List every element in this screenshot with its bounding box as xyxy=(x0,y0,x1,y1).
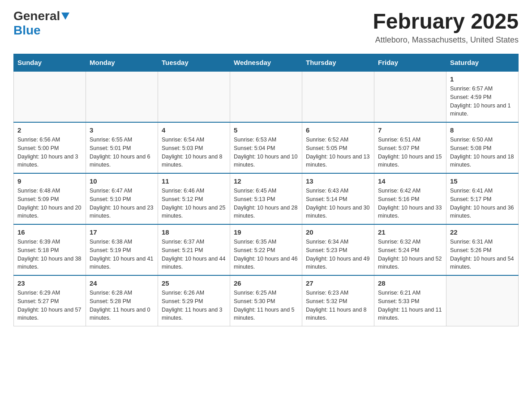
day-number: 17 xyxy=(90,228,154,236)
calendar-cell xyxy=(302,71,374,122)
day-info: Sunrise: 6:41 AMSunset: 5:17 PMDaylight:… xyxy=(450,187,515,220)
calendar-cell xyxy=(158,71,230,122)
day-info: Sunrise: 6:47 AMSunset: 5:10 PMDaylight:… xyxy=(90,187,154,220)
calendar-cell: 19Sunrise: 6:35 AMSunset: 5:22 PMDayligh… xyxy=(230,224,302,275)
day-info: Sunrise: 6:31 AMSunset: 5:26 PMDaylight:… xyxy=(450,238,515,271)
calendar-cell: 2Sunrise: 6:56 AMSunset: 5:00 PMDaylight… xyxy=(14,122,86,173)
day-number: 21 xyxy=(378,228,442,236)
calendar-body: 1Sunrise: 6:57 AMSunset: 4:59 PMDaylight… xyxy=(14,71,519,326)
day-header-saturday: Saturday xyxy=(446,54,519,72)
calendar-cell: 28Sunrise: 6:21 AMSunset: 5:33 PMDayligh… xyxy=(374,275,446,326)
calendar-cell: 4Sunrise: 6:54 AMSunset: 5:03 PMDaylight… xyxy=(158,122,230,173)
day-info: Sunrise: 6:48 AMSunset: 5:09 PMDaylight:… xyxy=(17,187,82,220)
day-info: Sunrise: 6:54 AMSunset: 5:03 PMDaylight:… xyxy=(162,136,226,169)
calendar-header: SundayMondayTuesdayWednesdayThursdayFrid… xyxy=(14,54,519,72)
day-info: Sunrise: 6:23 AMSunset: 5:32 PMDaylight:… xyxy=(306,289,370,322)
day-number: 1 xyxy=(450,75,515,83)
day-header-thursday: Thursday xyxy=(302,54,374,72)
day-number: 26 xyxy=(234,279,298,287)
calendar-cell: 7Sunrise: 6:51 AMSunset: 5:07 PMDaylight… xyxy=(374,122,446,173)
calendar-cell: 24Sunrise: 6:28 AMSunset: 5:28 PMDayligh… xyxy=(86,275,158,326)
day-header-wednesday: Wednesday xyxy=(230,54,302,72)
calendar-cell: 18Sunrise: 6:37 AMSunset: 5:21 PMDayligh… xyxy=(158,224,230,275)
day-number: 8 xyxy=(450,126,515,134)
day-info: Sunrise: 6:52 AMSunset: 5:05 PMDaylight:… xyxy=(306,136,370,169)
calendar-cell: 9Sunrise: 6:48 AMSunset: 5:09 PMDaylight… xyxy=(14,173,86,224)
day-number: 22 xyxy=(450,228,515,236)
day-header-friday: Friday xyxy=(374,54,446,72)
day-number: 10 xyxy=(90,177,154,185)
day-info: Sunrise: 6:43 AMSunset: 5:14 PMDaylight:… xyxy=(306,187,370,220)
calendar-cell: 16Sunrise: 6:39 AMSunset: 5:18 PMDayligh… xyxy=(14,224,86,275)
day-number: 13 xyxy=(306,177,370,185)
day-info: Sunrise: 6:50 AMSunset: 5:08 PMDaylight:… xyxy=(450,136,515,169)
calendar-cell: 23Sunrise: 6:29 AMSunset: 5:27 PMDayligh… xyxy=(14,275,86,326)
day-number: 7 xyxy=(378,126,442,134)
day-info: Sunrise: 6:38 AMSunset: 5:19 PMDaylight:… xyxy=(90,238,154,271)
logo-triangle-icon xyxy=(61,13,69,21)
calendar-cell: 25Sunrise: 6:26 AMSunset: 5:29 PMDayligh… xyxy=(158,275,230,326)
calendar-cell: 5Sunrise: 6:53 AMSunset: 5:04 PMDaylight… xyxy=(230,122,302,173)
day-info: Sunrise: 6:21 AMSunset: 5:33 PMDaylight:… xyxy=(378,289,442,322)
day-info: Sunrise: 6:35 AMSunset: 5:22 PMDaylight:… xyxy=(234,238,298,271)
day-number: 18 xyxy=(162,228,226,236)
day-number: 9 xyxy=(17,177,82,185)
logo-general-text: General xyxy=(13,9,60,23)
logo: General Blue xyxy=(13,9,69,38)
day-info: Sunrise: 6:39 AMSunset: 5:18 PMDaylight:… xyxy=(17,238,82,271)
calendar-table: SundayMondayTuesdayWednesdayThursdayFrid… xyxy=(13,54,519,326)
day-info: Sunrise: 6:32 AMSunset: 5:24 PMDaylight:… xyxy=(378,238,442,271)
calendar-cell: 26Sunrise: 6:25 AMSunset: 5:30 PMDayligh… xyxy=(230,275,302,326)
day-number: 12 xyxy=(234,177,298,185)
calendar-cell: 14Sunrise: 6:42 AMSunset: 5:16 PMDayligh… xyxy=(374,173,446,224)
day-info: Sunrise: 6:34 AMSunset: 5:23 PMDaylight:… xyxy=(306,238,370,271)
day-number: 5 xyxy=(234,126,298,134)
day-info: Sunrise: 6:25 AMSunset: 5:30 PMDaylight:… xyxy=(234,289,298,322)
calendar-cell: 3Sunrise: 6:55 AMSunset: 5:01 PMDaylight… xyxy=(86,122,158,173)
day-info: Sunrise: 6:56 AMSunset: 5:00 PMDaylight:… xyxy=(17,136,82,169)
day-info: Sunrise: 6:55 AMSunset: 5:01 PMDaylight:… xyxy=(90,136,154,169)
day-number: 20 xyxy=(306,228,370,236)
day-number: 2 xyxy=(17,126,82,134)
day-number: 16 xyxy=(17,228,82,236)
calendar-cell: 15Sunrise: 6:41 AMSunset: 5:17 PMDayligh… xyxy=(446,173,519,224)
day-number: 11 xyxy=(162,177,226,185)
day-info: Sunrise: 6:26 AMSunset: 5:29 PMDaylight:… xyxy=(162,289,226,322)
day-info: Sunrise: 6:57 AMSunset: 4:59 PMDaylight:… xyxy=(450,85,515,118)
logo-blue-text: Blue xyxy=(13,23,41,37)
calendar-cell: 20Sunrise: 6:34 AMSunset: 5:23 PMDayligh… xyxy=(302,224,374,275)
calendar-week-4: 16Sunrise: 6:39 AMSunset: 5:18 PMDayligh… xyxy=(14,224,519,275)
calendar-cell xyxy=(86,71,158,122)
svg-marker-0 xyxy=(61,13,69,20)
day-number: 19 xyxy=(234,228,298,236)
day-number: 6 xyxy=(306,126,370,134)
calendar-cell xyxy=(374,71,446,122)
day-number: 4 xyxy=(162,126,226,134)
day-number: 28 xyxy=(378,279,442,287)
calendar-cell xyxy=(230,71,302,122)
day-info: Sunrise: 6:29 AMSunset: 5:27 PMDaylight:… xyxy=(17,289,82,322)
title-block: February 2025 Attleboro, Massachusetts, … xyxy=(373,9,519,45)
day-info: Sunrise: 6:53 AMSunset: 5:04 PMDaylight:… xyxy=(234,136,298,169)
day-number: 27 xyxy=(306,279,370,287)
day-number: 3 xyxy=(90,126,154,134)
day-info: Sunrise: 6:51 AMSunset: 5:07 PMDaylight:… xyxy=(378,136,442,169)
calendar-cell: 17Sunrise: 6:38 AMSunset: 5:19 PMDayligh… xyxy=(86,224,158,275)
day-number: 25 xyxy=(162,279,226,287)
day-header-sunday: Sunday xyxy=(14,54,86,72)
calendar-cell: 8Sunrise: 6:50 AMSunset: 5:08 PMDaylight… xyxy=(446,122,519,173)
day-header-tuesday: Tuesday xyxy=(158,54,230,72)
day-info: Sunrise: 6:37 AMSunset: 5:21 PMDaylight:… xyxy=(162,238,226,271)
calendar-cell xyxy=(446,275,519,326)
calendar-cell: 6Sunrise: 6:52 AMSunset: 5:05 PMDaylight… xyxy=(302,122,374,173)
calendar-cell xyxy=(14,71,86,122)
day-info: Sunrise: 6:42 AMSunset: 5:16 PMDaylight:… xyxy=(378,187,442,220)
calendar-cell: 22Sunrise: 6:31 AMSunset: 5:26 PMDayligh… xyxy=(446,224,519,275)
calendar-cell: 12Sunrise: 6:45 AMSunset: 5:13 PMDayligh… xyxy=(230,173,302,224)
page-header: General Blue February 2025 Attleboro, Ma… xyxy=(13,9,519,45)
day-number: 15 xyxy=(450,177,515,185)
day-info: Sunrise: 6:46 AMSunset: 5:12 PMDaylight:… xyxy=(162,187,226,220)
calendar-subtitle: Attleboro, Massachusetts, United States xyxy=(373,35,519,45)
calendar-cell: 13Sunrise: 6:43 AMSunset: 5:14 PMDayligh… xyxy=(302,173,374,224)
calendar-cell: 1Sunrise: 6:57 AMSunset: 4:59 PMDaylight… xyxy=(446,71,519,122)
